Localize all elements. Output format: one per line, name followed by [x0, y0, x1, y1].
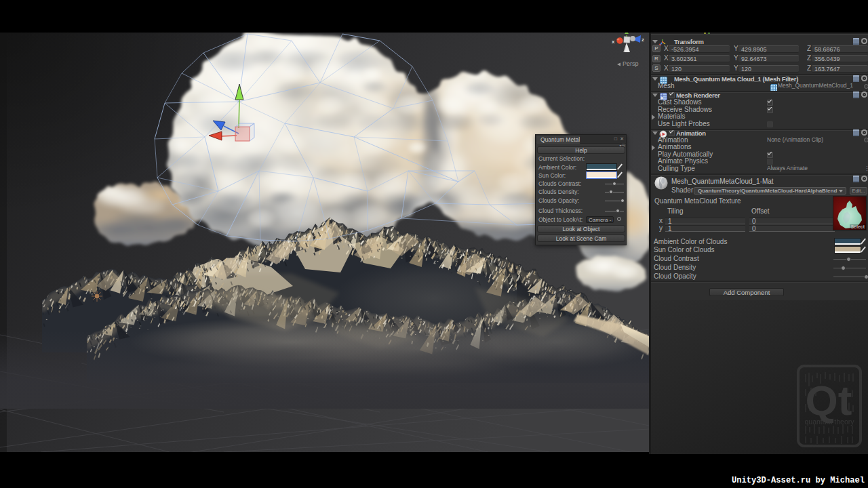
svg-text:Qt: Qt: [806, 377, 852, 424]
svg-text:x: x: [612, 39, 615, 45]
svg-text:quantum theory: quantum theory: [805, 418, 855, 426]
svg-text:Select: Select: [850, 224, 865, 229]
svg-text:z: z: [642, 37, 644, 43]
svg-text:Persp: Persp: [623, 60, 639, 67]
